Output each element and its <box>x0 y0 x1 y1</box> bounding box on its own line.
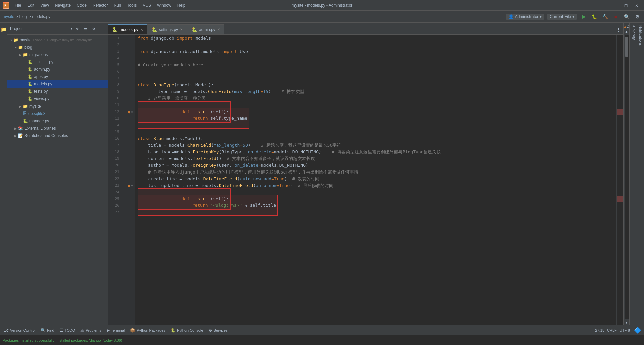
tree-item-mysite-root[interactable]: ▾ 📁 mysite E:\about_Django\test\mysite_e… <box>7 36 108 44</box>
scroll-up-button[interactable]: ▲ <box>624 29 629 34</box>
more-tabs-button[interactable]: ⋮ <box>613 24 623 34</box>
locate-file-button[interactable]: ⊕ <box>74 25 81 32</box>
profile-dropdown[interactable]: 👤 Administrator ▾ <box>506 14 545 20</box>
problems-button[interactable]: ⚠ Problems <box>79 328 102 333</box>
menu-file[interactable]: File <box>12 2 24 8</box>
menu-edit[interactable]: Edit <box>24 2 37 8</box>
panel-options-button[interactable]: ⚙ <box>90 25 97 32</box>
line-num-24: 24 <box>108 189 122 196</box>
code-line-26: return "<Blog: %s>" % self.title <box>138 202 614 209</box>
menu-window[interactable]: Window <box>154 2 174 8</box>
line-num-26: 26 <box>108 202 122 209</box>
tree-item-admin[interactable]: 🐍 admin.py <box>7 66 108 73</box>
search-button[interactable]: 🔍 <box>623 13 631 21</box>
current-file-chevron-icon: ▾ <box>572 14 574 19</box>
close-models-tab-button[interactable]: ✕ <box>140 28 143 32</box>
code-line-12: def __str__(self): <box>138 109 614 115</box>
tree-item-tests[interactable]: 🐍 tests.py <box>7 88 108 95</box>
code-editor[interactable]: 1 2 3 4 5 6 7 8 9 10 11 12 13 14 15 16 1… <box>108 35 623 325</box>
close-settings-tab-button[interactable]: ✕ <box>180 28 183 31</box>
current-file-dropdown[interactable]: Current File ▾ <box>547 14 577 20</box>
close-admin-tab-button[interactable]: ✕ <box>217 28 220 31</box>
tree-item-db[interactable]: 🗄 db.sqlite3 <box>7 110 108 117</box>
jetbrains-logo: 🔷 <box>634 327 641 334</box>
project-panel-title: Project <box>10 26 69 31</box>
tab-admin[interactable]: 🐍 admin.py ✕ <box>187 24 224 34</box>
menu-help[interactable]: Help <box>175 2 189 8</box>
python-file-icon: 🐍 <box>28 74 33 79</box>
code-line-8: class BlogType(models.Model): <box>138 82 614 88</box>
tree-item-apps[interactable]: 🐍 apps.py <box>7 73 108 80</box>
python-file-icon: 🐍 <box>28 89 33 94</box>
tab-models[interactable]: 🐍 models.py ✕ <box>108 24 147 34</box>
tree-item-mysite-sub[interactable]: ▶ 📁 mysite <box>7 102 108 110</box>
python-console-label: Python Console <box>177 328 203 332</box>
menu-view[interactable]: View <box>38 2 52 8</box>
fold-arrow-icon-12[interactable]: ▼ <box>131 110 133 114</box>
breadcrumb-blog[interactable]: blog <box>19 14 27 19</box>
breadcrumb-root[interactable]: mysite <box>3 14 14 19</box>
line-num-6: 6 <box>108 68 122 75</box>
scrollbar-track[interactable] <box>625 35 629 319</box>
database-file-icon: 🗄 <box>23 111 27 116</box>
menu-run[interactable]: Run <box>111 2 124 8</box>
expand-arrow-icon: ▶ <box>13 127 18 130</box>
code-content[interactable]: from django.db import models from django… <box>135 35 616 325</box>
tree-item-views[interactable]: 🐍 views.py <box>7 95 108 102</box>
debug-button[interactable]: 🐛 <box>590 13 598 21</box>
tree-item-scratches[interactable]: ▶ 📝 Scratches and Consoles <box>7 132 108 139</box>
problems-label: Problems <box>86 328 101 332</box>
scroll-down-button[interactable]: ▼ <box>624 320 629 325</box>
tree-item-migrations[interactable]: ▶ 📁 migrations <box>7 51 108 58</box>
problems-icon: ⚠ <box>80 328 84 333</box>
settings-button[interactable]: ⚙ <box>633 13 641 21</box>
tab-settings[interactable]: 🐍 settings.py ✕ <box>147 24 187 34</box>
terminal-button[interactable]: ▶ Terminal <box>105 328 126 333</box>
tree-item-manage[interactable]: 🐍 manage.py <box>7 117 108 125</box>
structure-panel: Structure <box>629 23 637 325</box>
close-button[interactable]: ✕ <box>632 2 641 9</box>
menu-navigate[interactable]: Navigate <box>52 2 73 8</box>
dropdown-chevron-icon: ▾ <box>70 26 73 31</box>
python-tab-icon: 🐍 <box>112 27 118 32</box>
menu-tools[interactable]: Tools <box>124 2 139 8</box>
maximize-button[interactable]: □ <box>621 2 631 9</box>
breakpoint-icon-12[interactable]: ● <box>128 110 130 114</box>
tree-item-models[interactable]: 🐍 models.py <box>7 80 108 88</box>
fold-arrow-icon-25[interactable]: ▼ <box>131 184 133 188</box>
minimize-button[interactable]: — <box>610 2 620 9</box>
tree-item-blog[interactable]: ▾ 📁 blog <box>7 44 108 51</box>
breadcrumb-file[interactable]: models.py <box>32 14 50 19</box>
python-console-button[interactable]: 🐍 Python Console <box>169 328 205 333</box>
run-button[interactable]: ▶ <box>580 13 588 21</box>
scrollbar-thumb[interactable] <box>625 37 628 57</box>
collapse-all-button[interactable]: ☰ <box>82 25 89 32</box>
code-line-16: class Blog(models.Model): <box>138 135 614 142</box>
stop-button[interactable]: ■ <box>612 13 620 21</box>
notifications-label[interactable]: Notifications <box>638 23 644 48</box>
breakpoint-icon-25[interactable]: ● <box>128 183 130 188</box>
structure-panel-label[interactable]: Structure <box>630 23 636 43</box>
console-icon: 🐍 <box>171 328 176 333</box>
todo-icon: ☰ <box>60 328 63 333</box>
line-ending: CRLF <box>607 328 617 332</box>
services-button[interactable]: ⚙ Services <box>207 328 229 333</box>
svg-text:P: P <box>4 4 6 7</box>
todo-button[interactable]: ☰ TODO <box>58 328 77 333</box>
hide-panel-button[interactable]: — <box>98 25 105 32</box>
menu-code[interactable]: Code <box>74 2 89 8</box>
line-num-4: 4 <box>108 55 122 62</box>
code-line-3: from django.contrib.auth.models import U… <box>138 48 614 55</box>
tree-item-init[interactable]: 🐍 __init__.py <box>7 58 108 66</box>
version-control-button[interactable]: ⎇ Version Control <box>3 328 37 333</box>
menu-refactor[interactable]: Refactor <box>90 2 110 8</box>
tree-item-external-libs[interactable]: ▶ 📚 External Libraries <box>7 125 108 132</box>
profile-icon: 👤 <box>508 14 514 19</box>
project-icon[interactable]: 📁 <box>0 24 7 35</box>
find-icon: 🔍 <box>41 328 46 333</box>
python-packages-button[interactable]: 📦 Python Packages <box>129 328 167 333</box>
editor-area: 🐍 models.py ✕ 🐍 settings.py ✕ 🐍 admin.py… <box>108 23 623 325</box>
build-button[interactable]: 🔨 <box>601 13 609 21</box>
find-button[interactable]: 🔍 Find <box>39 328 55 333</box>
menu-vcs[interactable]: VCS <box>140 2 154 8</box>
